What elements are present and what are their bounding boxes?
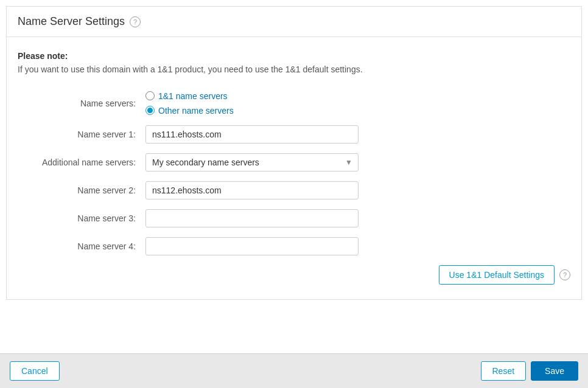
footer-bar: Cancel Reset Save <box>0 353 588 388</box>
name-server-4-input[interactable] <box>145 237 359 255</box>
page-title: Name Server Settings <box>18 15 125 28</box>
radio-other[interactable] <box>145 106 155 115</box>
name-servers-radio-group: 1&1 name servers Other name servers <box>145 91 359 116</box>
additional-name-servers-wrapper: My secondary name servers Custom ▼ <box>145 153 359 171</box>
use-default-button[interactable]: Use 1&1 Default Settings <box>439 265 555 285</box>
radio-other-label: Other name servers <box>158 106 234 116</box>
notice-body: If you want to use this domain with a 1&… <box>18 64 363 74</box>
save-button[interactable]: Save <box>531 361 578 381</box>
name-server-3-label: Name server 3: <box>18 213 145 223</box>
additional-name-servers-select[interactable]: My secondary name servers Custom <box>145 153 359 171</box>
notice-label: Please note: <box>18 51 68 61</box>
name-server-3-input[interactable] <box>145 209 359 227</box>
action-row: Use 1&1 Default Settings ? <box>18 265 570 285</box>
radio-option-1and1[interactable]: 1&1 name servers <box>145 91 359 101</box>
name-server-4-row: Name server 4: <box>18 237 570 255</box>
name-server-1-row: Name server 1: <box>18 125 570 144</box>
reset-button[interactable]: Reset <box>481 361 527 381</box>
additional-name-servers-row: Additional name servers: My secondary na… <box>18 153 570 171</box>
cancel-button[interactable]: Cancel <box>10 361 60 381</box>
name-server-1-input[interactable] <box>145 125 359 144</box>
name-server-2-label: Name server 2: <box>18 185 145 195</box>
radio-option-other[interactable]: Other name servers <box>145 106 359 116</box>
name-server-2-input[interactable] <box>145 181 359 199</box>
additional-name-servers-label: Additional name servers: <box>18 158 145 167</box>
footer-right: Reset Save <box>481 361 579 381</box>
name-server-2-row: Name server 2: <box>18 181 570 199</box>
name-server-3-row: Name server 3: <box>18 209 570 227</box>
default-help-icon[interactable]: ? <box>559 269 570 280</box>
title-help-icon[interactable]: ? <box>130 16 141 27</box>
notice-text: Please note: If you want to use this dom… <box>18 49 570 77</box>
footer-left: Cancel <box>10 361 60 381</box>
name-server-1-label: Name server 1: <box>18 130 145 139</box>
name-servers-row: Name servers: 1&1 name servers Other nam… <box>18 91 570 116</box>
radio-1and1[interactable] <box>145 91 155 100</box>
name-servers-label: Name servers: <box>18 99 145 108</box>
radio-1and1-label: 1&1 name servers <box>158 91 228 101</box>
name-server-4-label: Name server 4: <box>18 241 145 251</box>
